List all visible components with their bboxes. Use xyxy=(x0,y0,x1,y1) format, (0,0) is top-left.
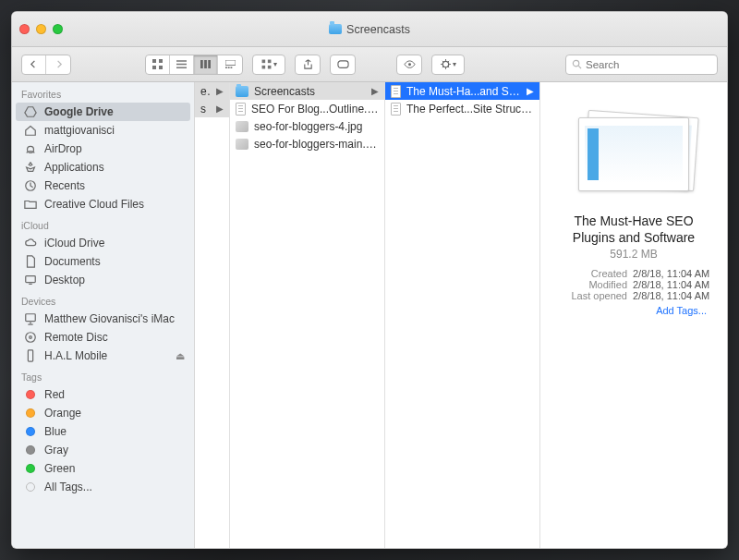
file-row[interactable]: seo-for-bloggers-4.jpg xyxy=(230,117,384,135)
meta-value: 2/8/18, 11:04 AM xyxy=(633,279,716,290)
sidebar-item[interactable]: Gray xyxy=(12,441,194,459)
close-icon[interactable] xyxy=(19,24,30,34)
view-columns-button[interactable] xyxy=(194,55,218,74)
file-row[interactable]: ers▶ xyxy=(195,82,229,100)
sidebar-item-label: Matthew Giovanisci's iMac xyxy=(44,312,175,325)
column-1[interactable]: Screencasts▶SEO For Blog...Outline.gdocs… xyxy=(230,82,385,548)
svg-rect-2 xyxy=(208,60,211,68)
action-button[interactable]: ▾ xyxy=(431,55,465,75)
file-label: Screencasts xyxy=(254,85,315,98)
sidebar-item[interactable]: Desktop xyxy=(12,271,194,289)
file-row[interactable]: Screencasts▶ xyxy=(230,82,384,100)
sidebar-item-label: Red xyxy=(44,388,65,401)
eject-icon[interactable]: ⏏ xyxy=(176,350,185,362)
sidebar-item-label: iCloud Drive xyxy=(44,237,104,250)
sidebar-item[interactable]: Orange xyxy=(12,404,194,422)
file-row[interactable]: s▶ xyxy=(195,100,229,117)
svg-rect-0 xyxy=(200,60,203,68)
file-label: s xyxy=(200,103,206,116)
phone-icon xyxy=(23,349,38,362)
view-icons-button[interactable] xyxy=(146,55,170,74)
chevron-right-icon: ▶ xyxy=(371,86,379,96)
folder-icon xyxy=(23,198,38,211)
column-0[interactable]: ers▶s▶ xyxy=(195,82,230,548)
tag-icon xyxy=(23,481,38,493)
file-row[interactable]: seo-for-bloggers-main.jpg xyxy=(230,135,384,152)
file-row[interactable]: The Perfect...Site Structure xyxy=(385,100,539,117)
view-gallery-button[interactable] xyxy=(218,55,242,74)
cloud-icon xyxy=(23,237,38,250)
nav-back-forward[interactable] xyxy=(21,55,71,75)
recents-icon xyxy=(23,179,38,192)
chevron-right-icon: ▶ xyxy=(216,103,224,114)
column-2[interactable]: The Must-Ha...and Software▶The Perfect..… xyxy=(385,82,540,548)
sidebar-item[interactable]: Google Drive xyxy=(16,103,190,121)
file-row[interactable]: The Must-Ha...and Software▶ xyxy=(385,82,539,100)
sidebar-item-label: H.A.L Mobile xyxy=(44,349,107,362)
svg-rect-3 xyxy=(225,60,236,65)
sidebar-item-label: Recents xyxy=(44,179,85,192)
sidebar-item[interactable]: Remote Disc xyxy=(12,328,194,347)
sidebar-item[interactable]: Red xyxy=(12,385,194,404)
search-input[interactable] xyxy=(586,59,711,70)
svg-point-8 xyxy=(408,63,411,66)
arrange-button[interactable]: ▾ xyxy=(252,55,285,75)
svg-rect-5 xyxy=(227,67,229,68)
sidebar-item[interactable]: H.A.L Mobile⏏ xyxy=(12,347,194,365)
preview-title: The Must-Have SEO Plugins and Software xyxy=(564,213,703,246)
svg-rect-7 xyxy=(337,61,347,67)
sidebar-item[interactable]: All Tags... xyxy=(12,478,194,496)
sidebar-item[interactable]: Green xyxy=(12,459,194,478)
sidebar-item[interactable]: Applications xyxy=(12,158,194,177)
sidebar-item[interactable]: Recents xyxy=(12,177,194,195)
sidebar-item[interactable]: AirDrop xyxy=(12,140,194,158)
meta-value: 2/8/18, 11:04 AM xyxy=(633,290,716,301)
sidebar-item-label: Blue xyxy=(44,425,67,438)
chevron-right-icon: ▶ xyxy=(527,86,534,96)
view-mode-group[interactable] xyxy=(145,55,243,75)
file-row[interactable]: SEO For Blog...Outline.gdoc xyxy=(230,100,384,117)
share-button[interactable] xyxy=(295,55,321,75)
titlebar[interactable]: Screencasts xyxy=(12,12,727,47)
sidebar-item[interactable]: iCloud Drive xyxy=(12,234,194,252)
tags-button[interactable] xyxy=(330,55,356,75)
nav-forward-button[interactable] xyxy=(46,55,70,74)
file-label: seo-for-bloggers-4.jpg xyxy=(254,120,362,133)
svg-point-15 xyxy=(26,333,36,343)
add-tags-button[interactable]: Add Tags... xyxy=(551,305,716,316)
sidebar-item-label: Remote Disc xyxy=(44,331,108,344)
sidebar-item[interactable]: Blue xyxy=(12,422,194,441)
sidebar-item[interactable]: Documents xyxy=(12,252,194,271)
airdrop-icon xyxy=(23,142,38,155)
search-icon xyxy=(572,59,582,69)
sidebar-section-header: Favorites xyxy=(12,82,194,103)
sidebar-item-label: Desktop xyxy=(44,274,85,286)
svg-point-16 xyxy=(30,336,32,339)
nav-back-button[interactable] xyxy=(22,55,46,74)
finder-window: Screencasts ▾ ▾ FavoritesGoogle Drivemat… xyxy=(11,11,728,549)
minimize-icon[interactable] xyxy=(36,24,46,34)
gdrive-icon xyxy=(23,105,38,118)
fullscreen-icon[interactable] xyxy=(53,24,63,34)
search-field[interactable] xyxy=(565,55,718,75)
sidebar-item[interactable]: Matthew Giovanisci's iMac xyxy=(12,310,194,328)
sidebar-section-header: Tags xyxy=(12,365,194,385)
view-list-button[interactable] xyxy=(170,55,194,74)
svg-rect-17 xyxy=(28,350,32,361)
svg-rect-4 xyxy=(225,67,227,68)
img-icon xyxy=(236,121,248,132)
sidebar-item[interactable]: mattgiovanisci xyxy=(12,121,194,140)
sidebar-item-label: Documents xyxy=(44,255,101,268)
sidebar-item[interactable]: Creative Cloud Files xyxy=(12,195,194,213)
file-label: The Perfect...Site Structure xyxy=(406,103,534,116)
desktop-icon xyxy=(23,274,38,286)
sidebar-section-header: iCloud xyxy=(12,213,194,234)
sidebar[interactable]: FavoritesGoogle DrivemattgiovanisciAirDr… xyxy=(12,82,195,548)
meta-label: Modified xyxy=(563,279,627,290)
tag-icon xyxy=(23,462,38,475)
preview-thumbnail[interactable] xyxy=(578,117,689,191)
quicklook-button[interactable] xyxy=(396,55,422,75)
preview-metadata: Created2/8/18, 11:04 AMModified2/8/18, 1… xyxy=(551,268,716,301)
tag-icon xyxy=(23,388,38,401)
window-title-label: Screencasts xyxy=(346,23,410,36)
